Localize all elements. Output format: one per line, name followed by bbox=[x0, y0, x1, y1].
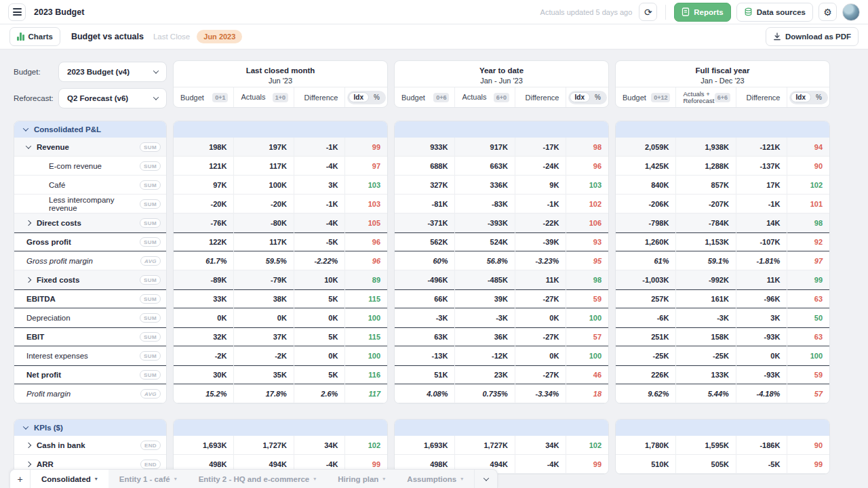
tab-label: Entity 1 - café bbox=[119, 475, 170, 483]
add-sheet-button[interactable]: + bbox=[10, 470, 31, 488]
chevron-right-icon bbox=[26, 277, 31, 283]
cell-actuals: -207K bbox=[675, 195, 735, 214]
cell-difference: 5K bbox=[294, 327, 345, 346]
cell-index: 100 bbox=[566, 308, 608, 327]
tab-entity-2-hq-and-e-commerce[interactable]: Entity 2 - HQ and e-commerce▾ bbox=[188, 470, 328, 488]
cell-difference: -1K bbox=[515, 195, 566, 214]
cell-difference: 3K bbox=[294, 176, 345, 195]
cell-index: 59 bbox=[787, 365, 829, 384]
cell-index: 59 bbox=[566, 289, 608, 308]
cell-budget: 60% bbox=[395, 251, 454, 270]
tab-assumptions[interactable]: Assumptions▾ bbox=[396, 470, 474, 488]
data-row: 840K857K17K102 bbox=[616, 176, 829, 195]
section-header[interactable]: KPIs ($) bbox=[14, 420, 166, 436]
cell-index: 103 bbox=[344, 176, 387, 195]
data-row: 60%56.8%-3.23%95 bbox=[395, 251, 608, 270]
cell-difference: 0K bbox=[515, 308, 566, 327]
cell-budget: 32K bbox=[174, 327, 233, 346]
section-header[interactable]: Consolidated P&L bbox=[14, 121, 166, 138]
reports-button[interactable]: Reports bbox=[674, 3, 730, 22]
cell-index: 100 bbox=[787, 346, 829, 365]
tab-hiring-plan[interactable]: Hiring plan▾ bbox=[327, 470, 396, 488]
chevron-down-icon: ▾ bbox=[174, 476, 177, 482]
chevron-down-icon bbox=[483, 475, 488, 481]
budget-select[interactable]: 2023 Budget (v4) bbox=[58, 62, 167, 82]
user-avatar[interactable] bbox=[842, 3, 860, 21]
settings-button[interactable]: ⚙ bbox=[818, 3, 837, 21]
cell-index: 96 bbox=[344, 232, 387, 251]
cell-index: 96 bbox=[566, 157, 608, 176]
tab-consolidated[interactable]: Consolidated▾ bbox=[31, 470, 108, 488]
idx-pct-toggle[interactable]: Idx% bbox=[789, 91, 828, 104]
row-label[interactable]: RevenueSUM bbox=[14, 138, 166, 157]
cell-budget: 33K bbox=[174, 289, 233, 308]
cell-difference: -5K bbox=[736, 455, 787, 474]
idx-pct-toggle[interactable]: Idx% bbox=[568, 91, 607, 104]
cell-index: 95 bbox=[566, 251, 608, 270]
data-row: -371K-393K-22K106 bbox=[395, 214, 608, 232]
cell-difference: -137K bbox=[736, 157, 787, 176]
cell-actuals: 1,288K bbox=[675, 157, 735, 176]
cell-actuals: 59.1% bbox=[675, 251, 735, 270]
refresh-button[interactable]: ⟳ bbox=[639, 3, 657, 21]
row-label: EBITDASUM bbox=[14, 289, 166, 308]
cell-difference: -3.23% bbox=[515, 251, 566, 270]
cell-actuals: 0.735% bbox=[454, 384, 514, 403]
row-label[interactable]: Fixed costsSUM bbox=[14, 270, 166, 289]
tab-entity-1-caf-[interactable]: Entity 1 - café▾ bbox=[108, 470, 188, 488]
data-row: -3K-3K0K100 bbox=[395, 308, 608, 327]
cell-actuals: 59.5% bbox=[233, 251, 293, 270]
row-label[interactable]: Cash in bankEND bbox=[14, 436, 166, 455]
data-row: 9.62%5.44%-4.18%57 bbox=[616, 384, 829, 403]
row-label: Net profitSUM bbox=[14, 365, 166, 384]
data-row: -81K-83K-1K102 bbox=[395, 195, 608, 214]
menu-icon[interactable] bbox=[8, 3, 26, 21]
cell-index: 63 bbox=[787, 327, 829, 346]
aggregation-badge: SUM bbox=[140, 180, 161, 190]
cell-budget: 63K bbox=[395, 327, 454, 346]
charts-button[interactable]: Charts bbox=[9, 27, 60, 46]
cell-difference: -27K bbox=[515, 327, 566, 346]
tab-label: Hiring plan bbox=[338, 475, 378, 483]
cell-budget: 121K bbox=[174, 157, 233, 176]
row-label-text: Direct costs bbox=[37, 219, 81, 227]
table-sections: Consolidated P&LRevenueSUME-com revenueS… bbox=[0, 121, 868, 474]
idx-pct-toggle[interactable]: Idx% bbox=[347, 91, 386, 104]
data-row: 0K0K0K100 bbox=[174, 308, 387, 327]
cell-actuals: 5.44% bbox=[675, 384, 735, 403]
cell-index: 116 bbox=[344, 365, 387, 384]
cell-index: 99 bbox=[566, 455, 608, 474]
data-row: -76K-80K-4K105 bbox=[174, 214, 387, 232]
row-label[interactable]: Direct costsSUM bbox=[14, 214, 166, 232]
cell-actuals: 35K bbox=[233, 365, 293, 384]
view-toolbar: Charts Budget vs actuals Last Close Jun … bbox=[0, 24, 868, 49]
budget-column-label: Budget bbox=[180, 94, 204, 102]
last-close-badge[interactable]: Jun 2023 bbox=[197, 30, 242, 43]
chevron-down-icon bbox=[23, 125, 28, 131]
sheet-list-button[interactable] bbox=[474, 470, 497, 488]
sheet-tab-bar: + Consolidated▾Entity 1 - café▾Entity 2 … bbox=[9, 469, 498, 488]
data-row: 66K39K-27K59 bbox=[395, 289, 608, 308]
data-sources-button[interactable]: Data sources bbox=[736, 3, 813, 22]
cell-actuals: 161K bbox=[675, 289, 735, 308]
tab-label: Consolidated bbox=[41, 475, 91, 483]
cell-index: 103 bbox=[566, 176, 608, 195]
data-row: 61%59.1%-1.81%97 bbox=[616, 251, 829, 270]
reforecast-select[interactable]: Q2 Forecast (v6) bbox=[58, 88, 167, 108]
data-row: 1,693K1,727K34K102 bbox=[174, 436, 387, 455]
cell-index: 99 bbox=[787, 455, 829, 474]
data-row: -20K-20K-1K103 bbox=[174, 195, 387, 214]
cell-budget: 562K bbox=[395, 232, 454, 251]
data-row: 51K23K-27K46 bbox=[395, 365, 608, 384]
divider bbox=[665, 5, 666, 20]
download-pdf-button[interactable]: Download as PDF bbox=[766, 27, 859, 46]
data-row: 1,425K1,288K-137K90 bbox=[616, 157, 829, 176]
cell-difference: -2.22% bbox=[294, 251, 345, 270]
cell-budget: 1,780K bbox=[616, 436, 675, 455]
download-icon bbox=[773, 33, 781, 41]
cell-index: 103 bbox=[344, 195, 387, 214]
cell-actuals: 1,595K bbox=[675, 436, 735, 455]
data-row: 15.2%17.8%2.6%117 bbox=[174, 384, 387, 403]
cell-index: 100 bbox=[566, 346, 608, 365]
cell-budget: 327K bbox=[395, 176, 454, 195]
